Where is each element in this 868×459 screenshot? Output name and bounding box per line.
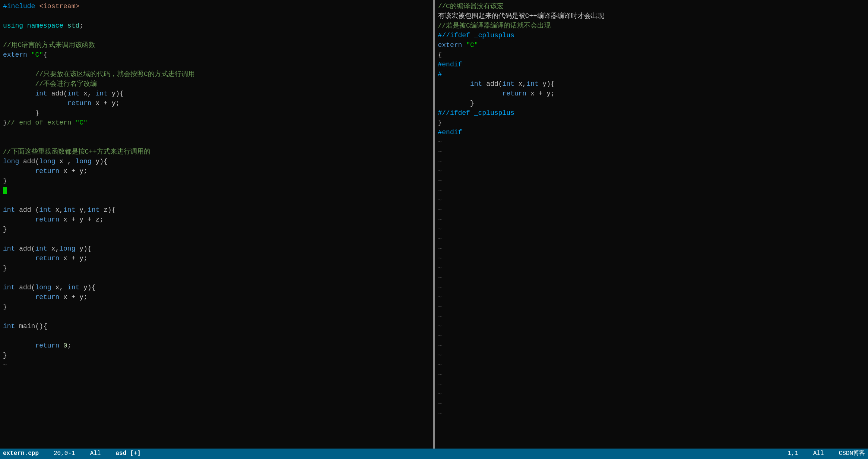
code-line	[3, 60, 430, 69]
code-line: }	[3, 263, 430, 273]
code-line	[3, 195, 430, 205]
code-line: return x + y;	[438, 89, 865, 98]
code-line: return x + y + z;	[3, 215, 430, 224]
tilde-line: ~	[438, 157, 865, 166]
left-filename: extern.cpp	[3, 449, 39, 458]
code-line: return x + y;	[3, 254, 430, 263]
code-line	[3, 137, 430, 147]
code-line: return x + y;	[3, 166, 430, 176]
code-line: #endif	[438, 128, 865, 137]
right-pane[interactable]: //C的编译器没有该宏 有该宏被包围起来的代码是被C++编译器编译时才会出现 /…	[435, 0, 868, 449]
cursor-block	[3, 187, 7, 194]
tilde-line: ~	[438, 350, 865, 360]
code-line: long add(long x , long y){	[3, 157, 430, 166]
code-line: }// end of extern "C"	[3, 118, 430, 128]
code-line: extern "C"{	[3, 50, 430, 60]
editor-area: #include <iostream> using namespace std;…	[0, 0, 868, 449]
tilde-line: ~	[438, 302, 865, 312]
tilde-line: ~	[438, 254, 865, 263]
code-line: //若是被C编译器编译的话就不会出现	[438, 21, 865, 31]
tilde-line: ~	[438, 360, 865, 370]
code-line: //只要放在该区域的代码，就会按照C的方式进行调用	[3, 69, 430, 79]
cursor-line	[3, 186, 430, 195]
tilde-line: ~	[438, 224, 865, 234]
tilde-line: ~	[438, 176, 865, 186]
code-line: }	[438, 98, 865, 108]
tilde-line: ~	[438, 166, 865, 176]
brand-label: CSDN博客	[839, 449, 865, 458]
code-line: int main(){	[3, 321, 430, 331]
code-line: 有该宏被包围起来的代码是被C++编译器编译时才会出现	[438, 11, 865, 21]
code-line: #//ifdef _cplusplus	[438, 31, 865, 40]
code-line: #endif	[438, 60, 865, 69]
code-line: }	[3, 224, 430, 234]
code-line: int add (int x,int y,int z){	[3, 205, 430, 215]
left-pane[interactable]: #include <iostream> using namespace std;…	[0, 0, 434, 449]
code-line: //用C语言的方式来调用该函数	[3, 40, 430, 50]
left-position: 20,0-1	[54, 449, 75, 458]
code-line: #	[438, 69, 865, 79]
code-line: //C的编译器没有该宏	[438, 1, 865, 11]
code-line: }	[3, 108, 430, 118]
code-line: int add(int x,int y){	[438, 79, 865, 89]
code-line	[3, 273, 430, 283]
code-line: }	[3, 350, 430, 360]
left-all: All	[90, 449, 101, 458]
code-line: int add(int x, int y){	[3, 89, 430, 98]
tilde-line: ~	[438, 215, 865, 224]
code-line: extern "C"	[438, 40, 865, 50]
code-line: int add(long x, int y){	[3, 283, 430, 292]
code-line: int add(int x,long y){	[3, 244, 430, 254]
tilde-line: ~	[438, 244, 865, 254]
tilde-line: ~	[438, 312, 865, 321]
tilde-line: ~	[438, 399, 865, 409]
tilde-line: ~	[438, 273, 865, 283]
tilde-line: ~	[3, 360, 430, 370]
tilde-line: ~	[438, 205, 865, 215]
tilde-line: ~	[438, 263, 865, 273]
code-line	[3, 331, 430, 341]
code-line: }	[3, 302, 430, 312]
status-left: extern.cpp 20,0-1 All asd [+]	[3, 449, 788, 458]
code-line	[3, 31, 430, 40]
code-line: return x + y;	[3, 98, 430, 108]
tilde-line: ~	[438, 195, 865, 205]
tilde-line: ~	[438, 137, 865, 147]
code-line: {	[438, 50, 865, 60]
code-line: }	[438, 118, 865, 128]
tilde-line: ~	[438, 186, 865, 195]
code-line: return x + y;	[3, 292, 430, 302]
code-line: #include <iostream>	[3, 1, 430, 11]
tilde-line: ~	[438, 331, 865, 341]
tilde-line: ~	[438, 321, 865, 331]
tilde-line: ~	[438, 380, 865, 389]
tilde-line: ~	[438, 234, 865, 244]
tilde-line: ~	[438, 341, 865, 350]
code-line: return 0;	[3, 341, 430, 350]
code-line	[3, 234, 430, 244]
tilde-line: ~	[438, 292, 865, 302]
code-line: #//ifdef _cplusplus	[438, 108, 865, 118]
right-all: All	[813, 449, 824, 458]
status-right: 1,1 All CSDN博客	[788, 449, 865, 458]
code-line: //下面这些重载函数都是按C++方式来进行调用的	[3, 147, 430, 157]
code-line	[3, 128, 430, 137]
tilde-line: ~	[438, 409, 865, 418]
tilde-line: ~	[438, 283, 865, 292]
tilde-line: ~	[438, 370, 865, 380]
tilde-line: ~	[438, 389, 865, 399]
code-line: //不会进行名字改编	[3, 79, 430, 89]
code-line	[3, 312, 430, 321]
right-position: 1,1	[788, 449, 798, 458]
right-filename: asd [+]	[115, 449, 140, 458]
code-line	[3, 11, 430, 21]
status-bar: extern.cpp 20,0-1 All asd [+] 1,1 All CS…	[0, 449, 868, 459]
code-line: }	[3, 176, 430, 186]
tilde-line: ~	[438, 147, 865, 157]
code-line: using namespace std;	[3, 21, 430, 31]
